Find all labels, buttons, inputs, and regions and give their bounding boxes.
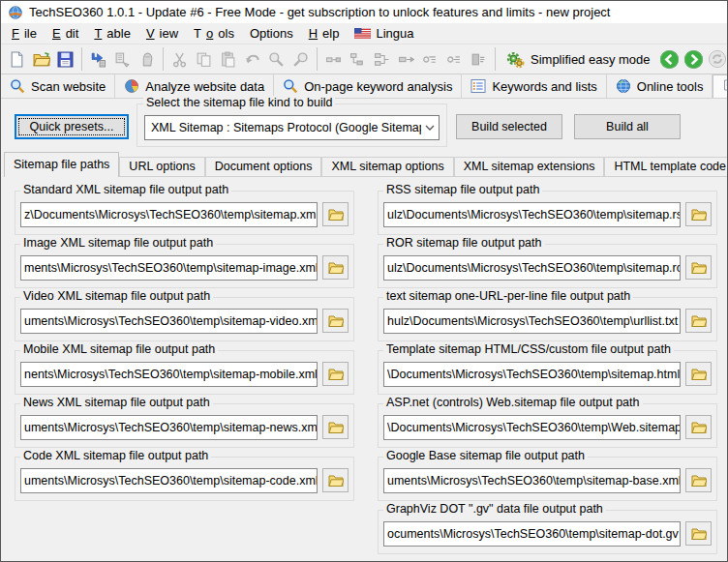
field-template-sitemap: Template sitemap HTML/CSS/custom file ou… (378, 350, 717, 395)
open-project-icon[interactable] (29, 47, 53, 72)
path-input[interactable]: z\Documents\Microsys\TechSEO360\temp\sit… (20, 202, 318, 227)
path-input[interactable]: ulz\Documents\Microsys\TechSEO360\temp\s… (383, 255, 681, 281)
tab-sitemap-file-paths[interactable]: Sitemap file paths (4, 152, 119, 177)
menu-table[interactable]: Table (86, 24, 138, 43)
browse-folder-button[interactable] (685, 521, 712, 546)
forward-icon[interactable] (682, 47, 706, 72)
field-label: News XML sitemap file output path (20, 396, 213, 409)
field-label: Video XML sitemap file output path (20, 289, 213, 303)
insert-child-row-icon[interactable] (346, 47, 370, 72)
browse-folder-button[interactable] (685, 468, 712, 492)
field-label: Mobile XML sitemap file output path (20, 342, 218, 356)
tab-online-tools[interactable]: Online tools (607, 74, 713, 98)
browse-folder-button[interactable] (322, 362, 349, 386)
app-icon (8, 5, 23, 20)
quick-presets-button[interactable]: Quick presets... (15, 114, 129, 139)
browse-folder-button[interactable] (685, 309, 712, 333)
tab-xml-sitemap-extensions[interactable]: XML sitemap extensions (454, 157, 605, 177)
copy-icon[interactable] (192, 47, 216, 72)
tab-document-options[interactable]: Document options (205, 157, 322, 177)
move-row-icon[interactable] (394, 47, 418, 72)
path-input[interactable]: \Documents\Microsys\TechSEO360\temp\Web.… (383, 415, 681, 440)
menu-options[interactable]: Options (242, 24, 301, 43)
browse-folder-button[interactable] (322, 468, 349, 492)
export-data-icon[interactable] (86, 47, 110, 72)
browse-folder-button[interactable] (322, 202, 349, 226)
tab-scan-website[interactable]: Scan website (1, 74, 115, 98)
menu-lingua[interactable]: Lingua (347, 24, 421, 43)
save-project-icon[interactable] (53, 47, 77, 72)
browse-folder-button[interactable] (322, 415, 349, 439)
menu-help[interactable]: Help (301, 24, 348, 43)
outdent-row-icon[interactable] (442, 47, 467, 72)
back-icon[interactable] (657, 47, 682, 72)
indent-row-icon[interactable] (418, 47, 442, 72)
tab-url-options[interactable]: URL options (119, 157, 204, 177)
browse-folder-button[interactable] (322, 309, 349, 333)
menu-tools[interactable]: Tools (186, 24, 242, 43)
tab-label: Keywords and lists (492, 79, 596, 94)
field-google-base-sitemap: Google Base sitemap file output path ume… (378, 457, 717, 501)
browse-folder-button[interactable] (685, 362, 712, 386)
new-project-icon[interactable] (5, 47, 29, 72)
tab-html-template-code-and-options[interactable]: HTML template code and options (604, 157, 728, 177)
delete-row-icon[interactable] (467, 47, 491, 72)
menu-edit[interactable]: Edit (45, 24, 86, 43)
tab-analyze-website-data[interactable]: Analyze website data (115, 74, 274, 98)
refresh-icon[interactable] (706, 47, 728, 72)
tab-create-sitemap[interactable]: Create sitemap (713, 74, 728, 98)
browse-folder-button[interactable] (685, 255, 712, 280)
pie-chart-icon (124, 78, 139, 94)
toolbar-separator (163, 47, 164, 71)
field-label: text sitemap one-URL-per-line file outpu… (383, 289, 633, 303)
list-icon (470, 78, 486, 94)
field-mobile-xml-sitemap: Mobile XML sitemap file output path nent… (15, 350, 354, 395)
sitemap-kind-groupbox: Select the sitemap file kind to build XM… (136, 104, 447, 147)
drag-hand-icon[interactable] (135, 47, 159, 72)
path-input[interactable]: hulz\Documents\Microsys\TechSEO360\temp\… (383, 309, 681, 334)
find-icon[interactable] (264, 47, 288, 72)
menu-view[interactable]: View (138, 24, 186, 43)
duplicate-row-icon[interactable] (370, 47, 394, 72)
path-input[interactable]: ocuments\Microsys\TechSEO360\temp\sitema… (383, 521, 681, 547)
simplified-easy-mode-button[interactable]: Simplified easy mode (500, 48, 657, 71)
path-input[interactable]: nents\Microsys\TechSEO360\temp\sitemap-m… (20, 362, 318, 387)
main-tab-bar: Scan website Analyze website data On-pag… (1, 74, 727, 99)
build-selected-button[interactable]: Build selected (456, 114, 562, 139)
menu-file[interactable]: File (4, 24, 45, 43)
undo-icon[interactable] (240, 47, 264, 72)
path-input[interactable]: uments\Microsys\TechSEO360\temp\sitemap-… (20, 468, 318, 493)
field-label: Template sitemap HTML/CSS/custom file ou… (383, 342, 674, 356)
field-rss-sitemap: RSS sitemap file output path ulz\Documen… (378, 191, 717, 235)
tab-on-page-keyword-analysis[interactable]: On-page keyword analysis (274, 74, 462, 98)
build-all-button[interactable]: Build all (574, 114, 681, 139)
path-input[interactable]: uments\Microsys\TechSEO360\temp\sitemap-… (20, 309, 318, 334)
window-title: TechSEO360 1.0.1 - Update #6 - Free Mode… (29, 5, 610, 19)
find-next-icon[interactable] (288, 47, 313, 72)
title-bar: TechSEO360 1.0.1 - Update #6 - Free Mode… (1, 1, 727, 23)
magnifier-icon (10, 78, 25, 94)
field-label: Standard XML sitemap file output path (20, 183, 231, 196)
browse-folder-button[interactable] (685, 202, 712, 226)
import-data-icon[interactable] (110, 47, 135, 72)
tab-xml-sitemap-options[interactable]: XML sitemap options (321, 157, 453, 177)
paste-icon[interactable] (216, 47, 240, 72)
sitemap-kind-select[interactable]: XML Sitemap : Sitemaps Protocol (Google … (144, 115, 440, 140)
path-input[interactable]: uments\Microsys\TechSEO360\temp\sitemap-… (20, 415, 318, 440)
cut-icon[interactable] (167, 47, 192, 72)
tab-keywords-and-lists[interactable]: Keywords and lists (462, 74, 606, 98)
tab-label: On-page keyword analysis (304, 79, 452, 94)
option-tab-bar: Sitemap file paths URL options Document … (4, 152, 727, 177)
browse-folder-button[interactable] (322, 255, 349, 280)
magnifier-icon (283, 78, 298, 94)
gears-icon (506, 50, 525, 69)
simplified-easy-mode-label: Simplified easy mode (531, 52, 651, 67)
path-input[interactable]: ments\Microsys\TechSEO360\temp\sitemap-i… (20, 255, 318, 281)
browse-folder-button[interactable] (685, 415, 712, 439)
field-label: Google Base sitemap file output path (383, 449, 588, 462)
insert-row-icon[interactable] (321, 47, 346, 72)
path-input[interactable]: uments\Microsys\TechSEO360\temp\sitemap-… (383, 468, 681, 493)
sitemap-kind-group-label: Select the sitemap file kind to build (143, 96, 335, 109)
path-input[interactable]: ulz\Documents\Microsys\TechSEO360\temp\s… (383, 202, 681, 227)
path-input[interactable]: \Documents\Microsys\TechSEO360\temp\site… (383, 362, 681, 387)
